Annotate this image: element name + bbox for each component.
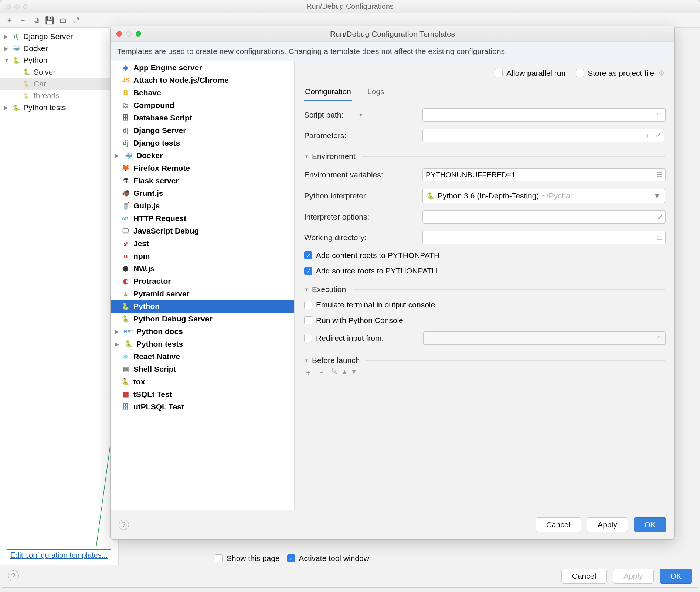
tpl-firefox[interactable]: 🦊Firefox Remote xyxy=(111,162,294,174)
bg-toolbar: ＋ － ⧉ 💾 🗀 ↓ª xyxy=(0,13,700,28)
tpl-pyramid[interactable]: ▲Pyramid server xyxy=(111,288,294,300)
tpl-py-tests[interactable]: ▶🐍Python tests xyxy=(111,338,294,350)
tree-label: Docker xyxy=(23,44,48,53)
tpl-nwjs[interactable]: ⬢NW.js xyxy=(111,262,294,275)
edit-templates-link[interactable]: Edit configuration templates... xyxy=(7,549,111,561)
parameters-input[interactable] xyxy=(422,129,664,142)
tpl-shell[interactable]: ▣Shell Script xyxy=(111,363,294,375)
tpl-flask[interactable]: ⚗Flask server xyxy=(111,174,294,187)
redirect-input xyxy=(423,331,666,345)
bg-ok-button[interactable]: OK xyxy=(660,569,692,584)
remove-icon[interactable]: － xyxy=(19,16,27,24)
content-roots-checkbox[interactable]: ✓ xyxy=(304,251,312,259)
tpl-http[interactable]: APIHTTP Request xyxy=(111,212,294,225)
interp-opts-label: Interpreter options: xyxy=(304,212,422,221)
tree-docker[interactable]: ▶🐳Docker xyxy=(0,42,118,54)
tpl-py-debug-server[interactable]: 🐍Python Debug Server xyxy=(111,313,294,325)
section-toggle-icon[interactable]: ▼ xyxy=(304,287,309,292)
source-roots-checkbox[interactable]: ✓ xyxy=(304,267,312,275)
interpreter-hint: ~/Pychar xyxy=(542,191,572,200)
down-icon[interactable]: ▾ xyxy=(352,367,356,378)
modal-apply-button[interactable]: Apply xyxy=(587,517,628,532)
env-vars-input[interactable] xyxy=(422,168,666,181)
chevron-down-icon[interactable]: ▼ xyxy=(358,112,363,118)
tpl-npm[interactable]: nnpm xyxy=(111,250,294,262)
tpl-js-debug[interactable]: 🖵JavaScript Debug xyxy=(111,225,294,237)
section-toggle-icon[interactable]: ▼ xyxy=(304,358,309,363)
tpl-behave[interactable]: BBehave xyxy=(111,86,294,99)
script-path-label: Script path: xyxy=(304,110,343,119)
up-icon[interactable]: ▴ xyxy=(343,367,347,378)
sort-icon[interactable]: ↓ª xyxy=(72,16,80,24)
plus-icon[interactable]: ＋ xyxy=(642,131,652,140)
tpl-django-tests[interactable]: djDjango tests xyxy=(111,137,294,149)
tpl-django-server[interactable]: djDjango Server xyxy=(111,124,294,137)
tree-threads[interactable]: 🐍threads xyxy=(0,90,118,102)
tree-django[interactable]: ▶djDjango Server xyxy=(0,31,118,42)
interp-opts-input[interactable] xyxy=(422,210,666,224)
list-icon[interactable]: ☰ xyxy=(655,171,665,179)
tpl-db-script[interactable]: 🗄Database Script xyxy=(111,112,294,124)
allow-parallel-checkbox[interactable] xyxy=(495,69,503,77)
help-icon[interactable]: ? xyxy=(119,520,129,530)
tree-python[interactable]: ▼🐍Python xyxy=(0,54,118,66)
show-this-page-checkbox[interactable] xyxy=(215,554,223,562)
modal-banner: Templates are used to create new configu… xyxy=(111,42,674,61)
modal-footer: ? Cancel Apply OK xyxy=(111,510,674,539)
emulate-terminal-checkbox[interactable] xyxy=(304,301,312,309)
tpl-tox[interactable]: 🐍tox xyxy=(111,375,294,388)
tpl-tsqlt[interactable]: ▦tSQLt Test xyxy=(111,388,294,401)
add-icon[interactable]: ＋ xyxy=(6,16,14,24)
add-icon[interactable]: ＋ xyxy=(304,367,312,378)
show-this-page-label: Show this page xyxy=(227,554,280,563)
modal-cancel-button[interactable]: Cancel xyxy=(536,517,581,532)
activate-tool-window-checkbox[interactable]: ✓ xyxy=(287,554,295,562)
config-panel: Allow parallel run Store as project file… xyxy=(295,61,674,510)
folder-icon[interactable]: 🗀 xyxy=(655,234,665,242)
tpl-compound[interactable]: 🗂Compound xyxy=(111,99,294,112)
zoom-icon[interactable] xyxy=(136,31,141,37)
script-path-input[interactable] xyxy=(422,108,666,122)
run-console-checkbox[interactable] xyxy=(304,316,312,324)
tpl-utplsql[interactable]: 🗄utPLSQL Test xyxy=(111,401,294,413)
save-icon[interactable]: 💾 xyxy=(45,16,54,24)
remove-icon[interactable]: － xyxy=(317,367,326,378)
tree-label: threads xyxy=(34,91,60,100)
tree-label: Car xyxy=(34,79,46,88)
bg-apply-button[interactable]: Apply xyxy=(613,569,654,584)
store-project-checkbox[interactable] xyxy=(576,69,584,77)
tpl-py-docs[interactable]: ▶RSTPython docs xyxy=(111,325,294,338)
gear-icon[interactable]: ⚙ xyxy=(658,69,665,78)
help-icon[interactable]: ? xyxy=(8,570,19,581)
tpl-react-native[interactable]: ⚛React Native xyxy=(111,350,294,363)
tpl-python[interactable]: 🐍Python xyxy=(111,300,294,313)
interpreter-select[interactable]: 🐍 Python 3.6 (In-Depth-Testing) ~/Pychar… xyxy=(422,189,665,203)
tpl-grunt[interactable]: 🐗Grunt.js xyxy=(111,187,294,200)
tpl-protractor[interactable]: ◐Protractor xyxy=(111,275,294,288)
tpl-gulp[interactable]: 🥤Gulp.js xyxy=(111,200,294,212)
tpl-docker[interactable]: ▶🐳Docker xyxy=(111,149,294,162)
copy-icon[interactable]: ⧉ xyxy=(32,16,40,24)
tree-solver[interactable]: 🐍Solver xyxy=(0,66,118,78)
expand-icon[interactable]: ⤢ xyxy=(653,131,663,140)
workdir-input[interactable] xyxy=(422,231,666,244)
folder-icon[interactable]: 🗀 xyxy=(655,111,665,119)
top-toggles: Allow parallel run Store as project file… xyxy=(304,69,665,78)
redirect-checkbox[interactable] xyxy=(304,334,312,342)
modal-ok-button[interactable]: OK xyxy=(634,517,666,532)
modal-title: Run/Debug Configuration Templates xyxy=(111,30,674,38)
tab-configuration[interactable]: Configuration xyxy=(304,84,352,101)
tab-logs[interactable]: Logs xyxy=(367,84,385,101)
tree-car[interactable]: 🐍Car xyxy=(0,78,118,90)
tree-pytests[interactable]: ▶🐍Python tests xyxy=(0,102,118,113)
edit-icon[interactable]: ✎ xyxy=(331,367,337,378)
expand-icon[interactable]: ⤢ xyxy=(655,213,665,221)
interpreter-value: Python 3.6 (In-Depth-Testing) xyxy=(438,191,539,200)
folder-icon[interactable]: 🗀 xyxy=(59,16,67,24)
close-icon[interactable] xyxy=(116,31,122,37)
tpl-jest[interactable]: ⸙Jest xyxy=(111,237,294,250)
tpl-attach-node[interactable]: JSAttach to Node.js/Chrome xyxy=(111,74,294,86)
tpl-app-engine[interactable]: ◆App Engine server xyxy=(111,61,294,74)
section-toggle-icon[interactable]: ▼ xyxy=(304,154,309,159)
bg-cancel-button[interactable]: Cancel xyxy=(561,569,607,584)
